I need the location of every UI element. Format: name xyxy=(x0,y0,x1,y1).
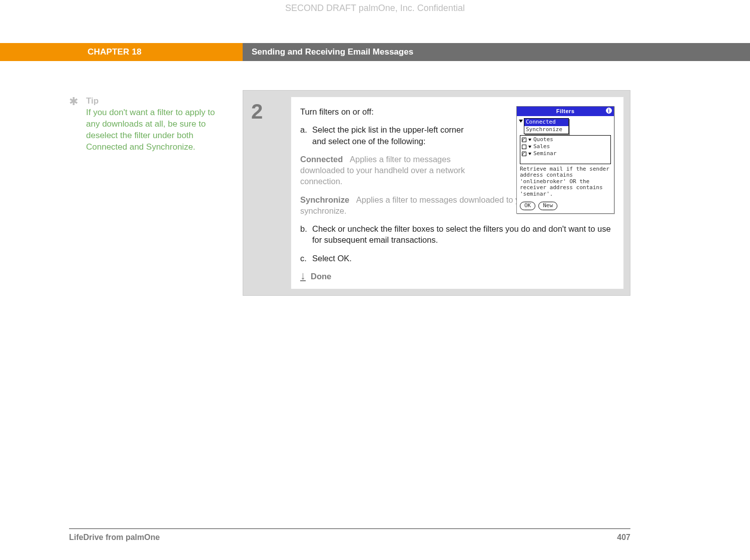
done-arrow-icon: ↓ xyxy=(300,271,306,282)
done-label: Done xyxy=(311,271,331,282)
term-connected: Connected xyxy=(300,155,343,164)
step-body: Turn filters on or off: a. Select the pi… xyxy=(291,97,624,289)
checkbox-quotes[interactable] xyxy=(522,138,526,142)
filter-description: Retrieve mail if the sender address cont… xyxy=(520,166,611,198)
tip-block: ✱ Tip If you don't want a filter to appl… xyxy=(69,96,219,153)
filter-row-quotes[interactable]: Quotes xyxy=(522,137,609,144)
section-title: Sending and Receiving Email Messages xyxy=(243,43,750,61)
footer-product: LifeDrive from palmOne xyxy=(69,533,160,542)
footer-rule xyxy=(69,528,630,529)
filter-label-sales: Sales xyxy=(533,143,550,151)
step-number: 2 xyxy=(251,100,291,124)
dropdown-arrow-icon[interactable] xyxy=(519,120,523,123)
page-footer: LifeDrive from palmOne 407 xyxy=(69,533,630,542)
chevron-down-icon[interactable] xyxy=(528,139,531,141)
filter-row-seminar[interactable]: Seminar xyxy=(522,151,609,158)
filter-list: Quotes Sales Seminar xyxy=(520,135,611,164)
chapter-label: CHAPTER 18 xyxy=(0,43,243,61)
step-b-label: b. xyxy=(300,223,312,246)
palm-screenshot: Filters i Connected Synchronize Quotes xyxy=(516,106,614,214)
step-a-text: Select the pick list in the upper-left c… xyxy=(312,124,473,147)
chevron-down-icon[interactable] xyxy=(528,153,531,155)
filter-row-sales[interactable]: Sales xyxy=(522,144,609,151)
step-intro: Turn filters on or off: xyxy=(300,106,473,117)
step-c-label: c. xyxy=(300,253,312,264)
tip-icon: ✱ xyxy=(69,95,78,108)
device-titlebar: Filters i xyxy=(517,107,614,116)
info-icon[interactable]: i xyxy=(606,108,612,114)
footer-page-number: 407 xyxy=(617,533,630,542)
tip-body: If you don't want a filter to apply to a… xyxy=(86,107,219,153)
ok-button[interactable]: OK xyxy=(520,202,535,210)
confidential-watermark: SECOND DRAFT palmOne, Inc. Confidential xyxy=(0,3,750,14)
filter-label-seminar: Seminar xyxy=(533,150,556,158)
step-container: 2 Turn filters on or off: a. Select the … xyxy=(243,90,630,296)
step-c-text: Select OK. xyxy=(312,253,352,264)
term-synchronize: Synchronize xyxy=(300,195,349,204)
step-a-label: a. xyxy=(300,124,312,147)
dropdown-option-connected[interactable]: Connected xyxy=(524,119,568,126)
tip-heading: Tip xyxy=(86,96,219,106)
checkbox-sales[interactable] xyxy=(522,145,526,149)
filter-label-quotes: Quotes xyxy=(533,136,553,144)
chevron-down-icon[interactable] xyxy=(528,146,531,148)
device-title: Filters xyxy=(556,108,575,114)
done-row: ↓ Done xyxy=(300,271,614,282)
new-button[interactable]: New xyxy=(538,202,557,210)
step-b-text: Check or uncheck the filter boxes to sel… xyxy=(312,223,614,246)
dropdown-option-synchronize[interactable]: Synchronize xyxy=(524,126,568,134)
mode-dropdown[interactable]: Connected Synchronize xyxy=(524,118,569,134)
checkbox-seminar[interactable] xyxy=(522,152,526,156)
step-number-column: 2 xyxy=(243,91,291,295)
page-header: CHAPTER 18 Sending and Receiving Email M… xyxy=(0,43,750,61)
